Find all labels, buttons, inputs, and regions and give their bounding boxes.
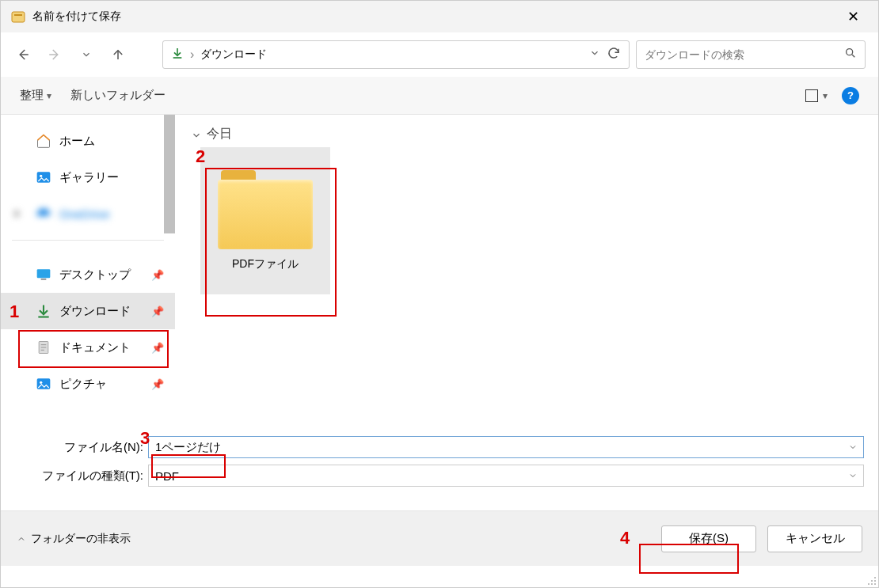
sidebar-item-downloads[interactable]: ダウンロード 📌 [1, 293, 175, 329]
filename-row: ファイル名(N): 1ページだけ [15, 433, 864, 461]
home-icon [36, 133, 51, 149]
filetype-row: ファイルの種類(T): PDF [15, 461, 864, 490]
sidebar-label: ギャラリー [59, 170, 119, 185]
view-button[interactable]: ▾ [805, 89, 828, 102]
filetype-select[interactable]: PDF [148, 465, 864, 487]
refresh-button[interactable] [607, 46, 621, 63]
search-box[interactable] [636, 40, 866, 69]
app-icon [10, 9, 26, 25]
toolbar: 整理 ▾ 新しいフォルダー ▾ ? [1, 77, 878, 115]
search-input[interactable] [645, 48, 844, 61]
save-button[interactable]: 保存(S) [661, 525, 756, 552]
path-chevron-icon[interactable] [589, 47, 600, 62]
folder-item[interactable]: PDFファイル [200, 147, 330, 294]
folder-icon [218, 170, 313, 249]
view-square-icon [805, 89, 818, 102]
back-button[interactable] [13, 45, 32, 64]
sidebar-label: ドキュメント [59, 340, 131, 355]
filetype-label: ファイルの種類(T): [15, 469, 143, 484]
svg-rect-1 [14, 14, 22, 16]
sidebar-item-onedrive[interactable]: OneDrive [1, 195, 175, 232]
svg-point-14 [871, 583, 873, 585]
filetype-dropdown-icon[interactable] [846, 469, 860, 483]
forward-button[interactable] [45, 45, 64, 64]
pin-icon: 📌 [151, 342, 164, 354]
up-button[interactable] [108, 45, 127, 64]
group-chevron[interactable] [191, 130, 202, 144]
help-button[interactable]: ? [842, 87, 859, 104]
pictures-icon [36, 376, 51, 392]
organize-button[interactable]: 整理 ▾ [20, 88, 51, 103]
path-label: ダウンロード [200, 47, 583, 62]
footer: フォルダーの非表示 保存(S) キャンセル [1, 510, 878, 566]
svg-point-9 [40, 381, 42, 384]
nav-row: › ダウンロード [1, 32, 878, 77]
sidebar-label: ダウンロード [59, 304, 131, 319]
filetype-value: PDF [155, 469, 179, 483]
document-icon [36, 340, 51, 355]
filename-value: 1ページだけ [155, 440, 221, 455]
folder-name: PDFファイル [232, 257, 299, 271]
sidebar-item-documents[interactable]: ドキュメント 📌 [1, 329, 175, 366]
onedrive-icon [36, 206, 51, 222]
gallery-icon [36, 169, 51, 185]
organize-label: 整理 [20, 88, 44, 103]
svg-point-15 [874, 583, 876, 585]
svg-point-2 [847, 49, 853, 55]
pin-icon: 📌 [151, 305, 164, 317]
sidebar-item-pictures[interactable]: ピクチャ 📌 [1, 366, 175, 402]
sidebar-label: ピクチャ [59, 377, 107, 392]
hide-folders-toggle[interactable]: フォルダーの非表示 [17, 532, 131, 546]
breadcrumb-separator: › [190, 47, 194, 62]
filename-label: ファイル名(N): [15, 440, 143, 455]
svg-point-11 [871, 580, 873, 582]
hide-folders-label: フォルダーの非表示 [31, 532, 131, 546]
filename-dropdown-icon[interactable] [846, 441, 860, 454]
search-icon [844, 47, 857, 63]
download-icon [36, 303, 51, 319]
nav-buttons [13, 45, 156, 64]
sidebar-separator [12, 240, 164, 241]
sidebar: ホーム ギャラリー OneDrive デスクトップ 📌 [1, 115, 175, 425]
window-title: 名前を付けて保存 [32, 9, 121, 24]
svg-rect-6 [41, 279, 47, 280]
sidebar-label: OneDrive [59, 207, 109, 221]
svg-rect-5 [37, 269, 51, 278]
close-button[interactable]: ✕ [837, 8, 869, 25]
group-header-today: 今日 [207, 126, 232, 142]
svg-rect-0 [12, 12, 25, 22]
body-area: ホーム ギャラリー OneDrive デスクトップ 📌 [1, 115, 878, 425]
address-bar[interactable]: › ダウンロード [162, 40, 630, 69]
svg-point-12 [874, 580, 876, 582]
sidebar-label: デスクトップ [59, 267, 131, 283]
sidebar-item-desktop[interactable]: デスクトップ 📌 [1, 256, 175, 293]
svg-point-13 [868, 583, 869, 585]
download-icon [171, 47, 184, 63]
sidebar-label: ホーム [59, 134, 95, 149]
desktop-icon [36, 267, 51, 283]
resize-grip[interactable] [866, 575, 877, 586]
titlebar: 名前を付けて保存 ✕ [1, 1, 878, 32]
filename-input[interactable]: 1ページだけ [148, 436, 864, 458]
sidebar-item-gallery[interactable]: ギャラリー [1, 159, 175, 195]
pin-icon: 📌 [151, 378, 164, 390]
cancel-button[interactable]: キャンセル [767, 525, 862, 552]
svg-point-4 [40, 175, 42, 177]
content-view: 今日 PDFファイル [175, 115, 878, 425]
sidebar-item-home[interactable]: ホーム [1, 123, 175, 159]
bottom-inputs: ファイル名(N): 1ページだけ ファイルの種類(T): PDF [1, 425, 878, 493]
new-folder-button[interactable]: 新しいフォルダー [70, 88, 166, 103]
svg-point-10 [874, 577, 876, 579]
pin-icon: 📌 [151, 269, 164, 281]
recent-button[interactable] [77, 45, 96, 64]
